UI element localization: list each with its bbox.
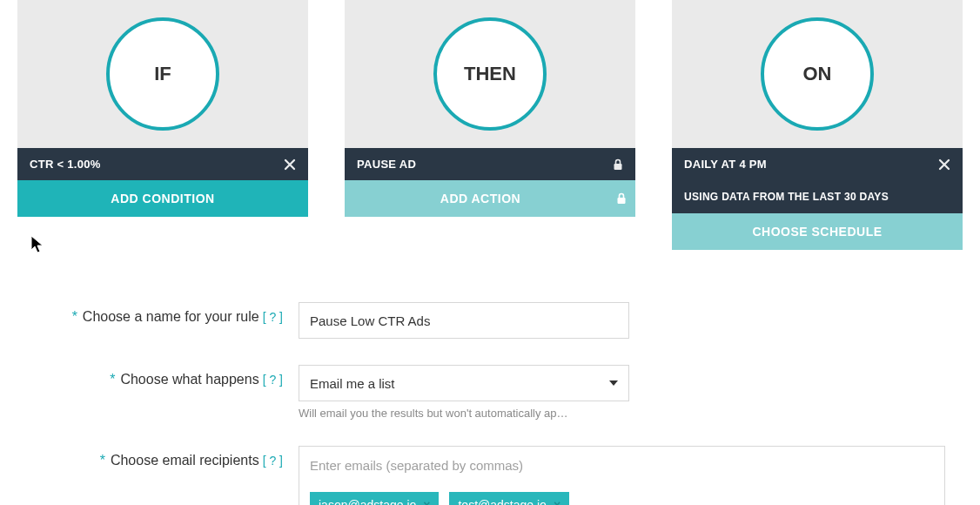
rule-form: *Choose a name for your rule[ ? ] *Choos… xyxy=(0,302,980,505)
then-title: THEN xyxy=(464,63,516,85)
recipients-box[interactable]: jason@adstage.io × test@adstage.io × xyxy=(299,446,945,505)
lock-icon xyxy=(616,192,627,205)
required-mark: * xyxy=(110,372,115,387)
lock-icon xyxy=(613,158,623,171)
card-then-header: THEN xyxy=(345,0,635,148)
add-action-label: ADD ACTION xyxy=(353,192,607,205)
add-condition-button[interactable]: ADD CONDITION xyxy=(17,180,308,217)
card-if-header: IF xyxy=(17,0,308,148)
help-icon[interactable]: [ ? ] xyxy=(263,373,283,387)
row-rule-name: *Choose a name for your rule[ ? ] xyxy=(35,302,945,339)
add-action-button[interactable]: ADD ACTION xyxy=(345,180,635,217)
card-then: THEN PAUSE AD ADD ACTION xyxy=(345,0,635,217)
required-mark: * xyxy=(72,309,77,324)
remove-tag-icon[interactable]: × xyxy=(554,498,560,505)
recipient-email: jason@adstage.io xyxy=(319,498,416,505)
row-happens: *Choose what happens[ ? ] Email me a lis… xyxy=(35,365,945,420)
happens-subtext: Will email you the results but won't aut… xyxy=(299,407,629,420)
card-on-header: ON xyxy=(672,0,963,148)
then-action-bar[interactable]: PAUSE AD xyxy=(345,148,635,180)
happens-label: *Choose what happens[ ? ] xyxy=(35,365,283,387)
add-condition-label: ADD CONDITION xyxy=(111,192,214,205)
on-line1-text: DAILY AT 4 PM xyxy=(684,158,767,171)
happens-field: Email me a list Will email you the resul… xyxy=(299,365,629,420)
on-title: ON xyxy=(803,63,832,85)
if-condition-text: CTR < 1.00% xyxy=(30,158,101,171)
remove-tag-icon[interactable]: × xyxy=(423,498,430,505)
recipients-field: jason@adstage.io × test@adstage.io × xyxy=(299,446,945,505)
rule-name-field xyxy=(299,302,629,339)
then-circle: THEN xyxy=(433,17,547,131)
recipient-tag[interactable]: test@adstage.io × xyxy=(449,492,569,505)
happens-value: Email me a list xyxy=(310,376,395,391)
on-circle: ON xyxy=(761,17,874,131)
on-remove-icon[interactable] xyxy=(938,158,950,171)
recipient-tag[interactable]: jason@adstage.io × xyxy=(310,492,439,505)
rule-name-label: *Choose a name for your rule[ ? ] xyxy=(35,302,283,325)
help-icon[interactable]: [ ? ] xyxy=(263,454,283,468)
cards-row: IF CTR < 1.00% ADD CONDITION THEN PAUSE … xyxy=(0,0,980,250)
if-condition-remove-icon[interactable] xyxy=(284,158,296,171)
help-icon[interactable]: [ ? ] xyxy=(263,310,283,324)
on-line1-bar[interactable]: DAILY AT 4 PM xyxy=(672,148,963,180)
if-condition-bar[interactable]: CTR < 1.00% xyxy=(17,148,308,180)
happens-select[interactable]: Email me a list xyxy=(299,365,629,401)
svg-rect-1 xyxy=(618,198,626,204)
recipient-email: test@adstage.io xyxy=(458,498,546,505)
required-mark: * xyxy=(100,453,105,468)
if-title: IF xyxy=(154,63,171,85)
card-if: IF CTR < 1.00% ADD CONDITION xyxy=(17,0,308,217)
svg-rect-0 xyxy=(614,164,622,170)
choose-schedule-label: CHOOSE SCHEDULE xyxy=(752,225,882,239)
recipient-tags: jason@adstage.io × test@adstage.io × xyxy=(299,483,944,505)
row-recipients: *Choose email recipients[ ? ] jason@adst… xyxy=(35,446,945,505)
on-line2-bar: USING DATA FROM THE LAST 30 DAYS xyxy=(672,180,963,213)
chevron-down-icon xyxy=(609,380,618,386)
if-circle: IF xyxy=(106,17,219,131)
recipients-label: *Choose email recipients[ ? ] xyxy=(35,446,283,468)
on-line2-text: USING DATA FROM THE LAST 30 DAYS xyxy=(684,191,889,203)
recipients-input[interactable] xyxy=(299,447,944,483)
rule-name-input[interactable] xyxy=(299,302,629,339)
choose-schedule-button[interactable]: CHOOSE SCHEDULE xyxy=(672,213,963,250)
card-on: ON DAILY AT 4 PM USING DATA FROM THE LAS… xyxy=(672,0,963,250)
then-action-text: PAUSE AD xyxy=(357,158,416,171)
